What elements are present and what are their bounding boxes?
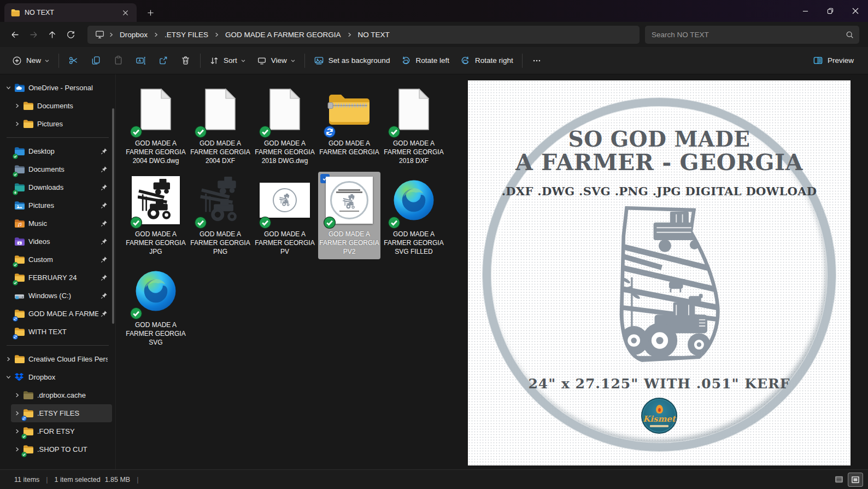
file-tile-god-made-a-farmer-georgia-svg[interactable]: GOD MADE A FARMER GEORGIA SVG xyxy=(125,263,187,350)
sidebar-scrollbar[interactable] xyxy=(112,108,114,324)
sort-button[interactable]: Sort xyxy=(204,51,251,71)
sidebar-item-february-24[interactable]: FEBRUARY 24 xyxy=(2,269,112,287)
sidebar-item-videos[interactable]: Videos xyxy=(2,232,112,251)
explorer-tab[interactable]: NO TEXT xyxy=(4,3,137,22)
chevron-right-icon[interactable] xyxy=(108,32,115,38)
sidebar-item-documents[interactable]: Documents xyxy=(2,160,112,178)
file-tile-god-made-a-farmer-georgia-png[interactable]: GOD MADE A FARMER GEORGIA PNG xyxy=(189,172,251,259)
sidebar-item-with-text[interactable]: WITH TEXT xyxy=(2,323,112,341)
breadcrumb-item-etsy-files[interactable]: .ETSY FILES xyxy=(160,28,213,41)
file-tile-god-made-a-farmer-georgia-2004-dwg-dwg[interactable]: GOD MADE A FARMER GEORGIA 2004 DWG.dwg xyxy=(125,81,187,168)
rotate-right-button[interactable]: Rotate right xyxy=(455,51,519,71)
preview-label: Preview xyxy=(828,56,854,65)
sidebar-item-god-made-a-farmer[interactable]: GOD MADE A FARMER xyxy=(2,305,112,323)
plus-circle-icon xyxy=(12,56,22,66)
share-button[interactable] xyxy=(152,51,174,71)
rotate-right-label: Rotate right xyxy=(475,56,513,65)
cut-button[interactable] xyxy=(62,51,85,71)
chevron-right-icon[interactable] xyxy=(213,32,220,38)
preview-toggle-button[interactable]: Preview xyxy=(807,51,859,71)
new-button[interactable]: New xyxy=(7,51,55,71)
synced-check-badge-icon xyxy=(324,217,336,229)
rename-button[interactable] xyxy=(130,51,152,71)
file-tile-god-made-a-farmer-georgia-2018-dxf[interactable]: GOD MADE A FARMER GEORGIA 2018 DXF xyxy=(383,81,445,168)
breadcrumb-item-no-text[interactable]: NO TEXT xyxy=(353,28,395,41)
file-name: GOD MADE A FARMER GEORGIA 2004 DXF xyxy=(190,139,250,165)
sidebar-item-onedrive-personal[interactable]: OneDrive - Personal xyxy=(2,79,112,97)
search-box[interactable] xyxy=(645,26,859,44)
chevron-right-icon[interactable] xyxy=(11,103,23,109)
refresh-button[interactable] xyxy=(61,26,80,43)
new-tab-button[interactable] xyxy=(143,5,157,20)
breadcrumb-item-god-made-a-farmer-georgia[interactable]: GOD MADE A FARMER GEORGIA xyxy=(220,28,346,41)
more-options-button[interactable] xyxy=(526,51,548,71)
minimize-button[interactable] xyxy=(793,0,818,22)
status-separator: | xyxy=(46,476,48,484)
thumbnail-view-icon xyxy=(851,476,860,484)
folder-icon xyxy=(14,354,25,364)
back-button[interactable] xyxy=(5,26,24,43)
pin-icon xyxy=(101,202,108,209)
chevron-right-icon[interactable] xyxy=(11,121,23,127)
zip-file-icon xyxy=(319,83,379,136)
close-button[interactable] xyxy=(843,0,868,22)
chevron-right-icon[interactable] xyxy=(2,356,14,362)
search-icon[interactable] xyxy=(846,31,854,39)
synced-check-badge-icon xyxy=(195,126,207,138)
sidebar-item-label: Documents xyxy=(28,165,98,173)
chevron-right-icon[interactable] xyxy=(153,32,160,38)
chevron-down-icon[interactable] xyxy=(2,374,14,380)
file-tile-god-made-a-farmer-georgia-svg-filled[interactable]: GOD MADE A FARMER GEORGIA SVG FILLED xyxy=(383,172,445,259)
file-tile-god-made-a-farmer-georgia-2018-dwg-dwg[interactable]: GOD MADE A FARMER GEORGIA 2018 DWG.dwg xyxy=(254,81,316,168)
breadcrumb[interactable]: Dropbox.ETSY FILESGOD MADE A FARMER GEOR… xyxy=(87,26,640,44)
chevron-right-icon[interactable] xyxy=(11,392,23,398)
forward-button[interactable] xyxy=(24,26,43,43)
up-button[interactable] xyxy=(43,26,61,43)
this-pc-icon[interactable] xyxy=(92,30,108,39)
tab-close-icon[interactable] xyxy=(119,7,131,19)
pin-icon xyxy=(101,256,108,263)
set-as-background-button[interactable]: Set as background xyxy=(308,51,396,71)
file-tile-god-made-a-farmer-georgia[interactable]: GOD MADE A FARMER GEORGIA xyxy=(318,81,380,160)
chevron-right-icon[interactable] xyxy=(346,32,353,38)
sidebar-item-creative-cloud-files-perso[interactable]: Creative Cloud Files Perso xyxy=(2,350,112,368)
sidebar-item-dropbox[interactable]: Dropbox xyxy=(2,368,112,386)
design-dimensions: 24" x 27.125" WITH .051" KERF xyxy=(468,376,851,392)
paste-button[interactable] xyxy=(107,51,130,71)
file-tile-god-made-a-farmer-georgia-pv2[interactable]: GOD MADE A FARMER GEORGIA PV2 xyxy=(318,172,380,259)
details-view-toggle[interactable] xyxy=(832,473,846,486)
sidebar-item-music[interactable]: Music xyxy=(2,214,112,232)
sidebar-item-documents[interactable]: Documents xyxy=(11,97,112,115)
search-input[interactable] xyxy=(652,31,846,39)
thumbnail-view-toggle[interactable] xyxy=(848,473,863,486)
rotate-left-button[interactable]: Rotate left xyxy=(395,51,455,71)
edge-file-icon xyxy=(384,173,444,227)
synced-check-badge-icon xyxy=(195,217,207,229)
drive-icon xyxy=(14,291,25,301)
sidebar-item-custom[interactable]: Custom xyxy=(2,251,112,269)
file-name: GOD MADE A FARMER GEORGIA 2018 DWG.dwg xyxy=(255,139,315,165)
chevron-down-icon[interactable] xyxy=(2,85,14,91)
title-bar: NO TEXT xyxy=(0,0,868,22)
restore-button[interactable] xyxy=(818,0,843,22)
sidebar-item-dropbox-cache[interactable]: .dropbox.cache xyxy=(11,386,112,404)
file-name: GOD MADE A FARMER GEORGIA xyxy=(319,139,379,156)
sidebar-item-etsy-files[interactable]: .ETSY FILES xyxy=(11,404,112,422)
file-tile-god-made-a-farmer-georgia-pv[interactable]: GOD MADE A FARMER GEORGIA PV xyxy=(254,172,316,259)
view-button[interactable]: View xyxy=(251,51,301,71)
file-tile-god-made-a-farmer-georgia-2004-dxf[interactable]: GOD MADE A FARMER GEORGIA 2004 DXF xyxy=(189,81,251,168)
sidebar-item-desktop[interactable]: Desktop xyxy=(2,142,112,160)
delete-button[interactable] xyxy=(174,51,197,71)
synced-check-badge-icon xyxy=(259,126,271,138)
sidebar-item-shop-to-cut[interactable]: .SHOP TO CUT xyxy=(11,440,112,458)
sidebar-item-for-etsy[interactable]: .FOR ETSY xyxy=(11,422,112,440)
sidebar-item-label: Dropbox xyxy=(28,373,108,381)
file-tile-god-made-a-farmer-georgia-jpg[interactable]: GOD MADE A FARMER GEORGIA JPG xyxy=(125,172,187,259)
sidebar-item-pictures[interactable]: Pictures xyxy=(11,115,112,133)
file-name: GOD MADE A FARMER GEORGIA SVG FILLED xyxy=(384,230,444,256)
sidebar-item-downloads[interactable]: Downloads xyxy=(2,178,112,196)
sidebar-item-windows-c[interactable]: Windows (C:) xyxy=(2,287,112,305)
sidebar-item-pictures[interactable]: Pictures xyxy=(2,196,112,214)
breadcrumb-item-dropbox[interactable]: Dropbox xyxy=(115,28,153,41)
copy-button[interactable] xyxy=(85,51,107,71)
